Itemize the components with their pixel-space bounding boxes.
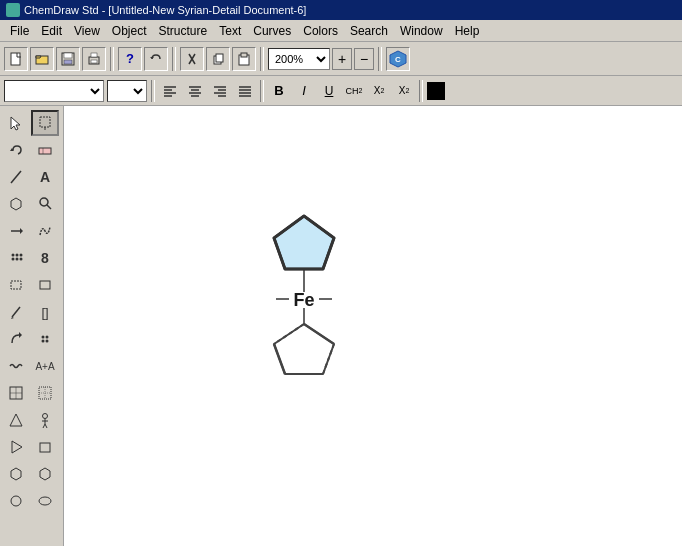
- square-tool[interactable]: [31, 434, 59, 460]
- zoom-out-button[interactable]: −: [354, 48, 374, 70]
- justify-button[interactable]: [234, 80, 256, 102]
- align-center-button[interactable]: [184, 80, 206, 102]
- molecule-container: Fe: [204, 186, 404, 389]
- ring-tool[interactable]: [2, 191, 30, 217]
- svg-line-72: [45, 424, 47, 428]
- play-tool[interactable]: [2, 434, 30, 460]
- ferrocene-molecule: Fe: [204, 186, 404, 386]
- subscript-button[interactable]: X2: [368, 80, 390, 102]
- text-tool[interactable]: A: [31, 164, 59, 190]
- svg-rect-38: [39, 148, 51, 154]
- svg-point-47: [16, 254, 19, 257]
- rotate-tool[interactable]: [2, 137, 30, 163]
- number-tool[interactable]: 8: [31, 245, 59, 271]
- wave-tool[interactable]: [2, 353, 30, 379]
- menu-item-colors[interactable]: Colors: [297, 22, 344, 40]
- svg-rect-8: [91, 60, 97, 63]
- svg-point-68: [43, 414, 48, 419]
- figure-tool[interactable]: [31, 407, 59, 433]
- align-right-button[interactable]: [209, 80, 231, 102]
- font-size-select[interactable]: 8 10 12 14: [107, 80, 147, 102]
- save-button[interactable]: [56, 47, 80, 71]
- superscript-button[interactable]: X2: [393, 80, 415, 102]
- svg-rect-53: [40, 281, 50, 289]
- open-button[interactable]: [30, 47, 54, 71]
- search-tool[interactable]: [31, 191, 59, 217]
- curved-arrow-tool[interactable]: [2, 326, 30, 352]
- svg-point-48: [20, 254, 23, 257]
- bond-tool[interactable]: [2, 164, 30, 190]
- lasso-select-tool[interactable]: [31, 110, 59, 136]
- canvas-area[interactable]: Fe: [64, 106, 682, 546]
- color-swatch[interactable]: [427, 82, 445, 100]
- fmt-sep-2: [260, 80, 264, 102]
- title-text: ChemDraw Std - [Untitled-New Syrian-Deta…: [24, 4, 306, 16]
- menu-item-file[interactable]: File: [4, 22, 35, 40]
- bracket-tool[interactable]: []: [31, 299, 59, 325]
- menu-item-curves[interactable]: Curves: [247, 22, 297, 40]
- pen-tool[interactable]: [2, 299, 30, 325]
- svg-rect-74: [40, 443, 50, 452]
- menu-bar: FileEditViewObjectStructureTextCurvesCol…: [0, 20, 682, 42]
- svg-point-59: [42, 340, 45, 343]
- rect-select-tool[interactable]: [2, 272, 30, 298]
- svg-marker-56: [19, 332, 22, 338]
- rect-draw-tool[interactable]: [31, 272, 59, 298]
- zoom-select[interactable]: 50% 100% 150% 200% 400%: [268, 48, 330, 70]
- app-icon: [6, 3, 20, 17]
- toolbar-sep-4: [378, 47, 382, 71]
- cut-button[interactable]: [180, 47, 204, 71]
- paste-button[interactable]: [232, 47, 256, 71]
- svg-rect-13: [216, 54, 223, 62]
- svg-rect-35: [40, 117, 50, 127]
- undo-button[interactable]: [144, 47, 168, 71]
- grid-select-tool[interactable]: [31, 380, 59, 406]
- ch2-button[interactable]: CH2: [343, 80, 365, 102]
- chemdraw-icon-button[interactable]: C: [386, 47, 410, 71]
- text-style-tool[interactable]: A+A: [31, 353, 59, 379]
- erase-tool[interactable]: [31, 137, 59, 163]
- help-button[interactable]: ?: [118, 47, 142, 71]
- svg-point-51: [20, 258, 23, 261]
- dots2-tool[interactable]: [31, 326, 59, 352]
- toolbar-sep-2: [172, 47, 176, 71]
- svg-rect-4: [64, 53, 72, 58]
- underline-button[interactable]: U: [318, 80, 340, 102]
- arrow-tool[interactable]: [2, 218, 30, 244]
- triangle-tool[interactable]: [2, 407, 30, 433]
- circle1-tool[interactable]: [2, 488, 30, 514]
- hexagon1-tool[interactable]: [2, 461, 30, 487]
- toolbar2: Arial Times New Roman 8 10 12 14 B I U C…: [0, 76, 682, 106]
- svg-marker-34: [11, 117, 20, 130]
- menu-item-structure[interactable]: Structure: [153, 22, 214, 40]
- fmt-sep-3: [419, 80, 423, 102]
- menu-item-window[interactable]: Window: [394, 22, 449, 40]
- bold-button[interactable]: B: [268, 80, 290, 102]
- table-tool[interactable]: [2, 380, 30, 406]
- menu-item-help[interactable]: Help: [449, 22, 486, 40]
- italic-button[interactable]: I: [293, 80, 315, 102]
- menu-item-object[interactable]: Object: [106, 22, 153, 40]
- font-family-select[interactable]: Arial Times New Roman: [4, 80, 104, 102]
- svg-marker-2: [36, 56, 41, 58]
- curve-tool[interactable]: [31, 218, 59, 244]
- toolbar1: ? 50% 100% 150% 200% 400% + − C: [0, 42, 682, 76]
- svg-rect-0: [11, 53, 20, 65]
- menu-item-search[interactable]: Search: [344, 22, 394, 40]
- arrow-select-tool[interactable]: [2, 110, 30, 136]
- print-button[interactable]: [82, 47, 106, 71]
- svg-marker-76: [40, 468, 50, 480]
- dots-tool[interactable]: [2, 245, 30, 271]
- copy-button[interactable]: [206, 47, 230, 71]
- svg-line-40: [11, 171, 21, 183]
- align-left-button[interactable]: [159, 80, 181, 102]
- zoom-in-button[interactable]: +: [332, 48, 352, 70]
- menu-item-view[interactable]: View: [68, 22, 106, 40]
- hexagon2-tool[interactable]: [31, 461, 59, 487]
- svg-point-57: [42, 336, 45, 339]
- circle2-tool[interactable]: [31, 488, 59, 514]
- toolbar-sep-3: [260, 47, 264, 71]
- menu-item-edit[interactable]: Edit: [35, 22, 68, 40]
- menu-item-text[interactable]: Text: [213, 22, 247, 40]
- new-button[interactable]: [4, 47, 28, 71]
